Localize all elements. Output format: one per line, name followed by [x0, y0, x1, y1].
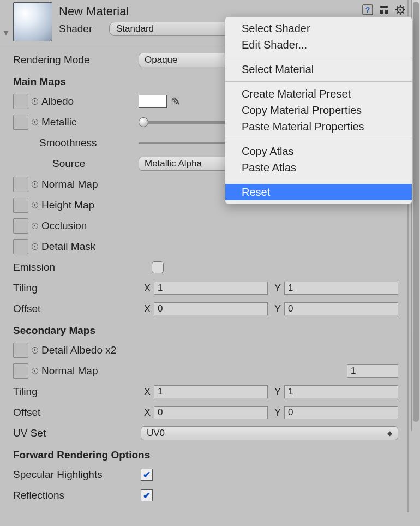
object-picker-icon[interactable]: [32, 243, 38, 250]
specular-highlights-label: Specular Highlights: [13, 469, 103, 481]
scrollbar[interactable]: [411, 0, 420, 431]
menu-select-shader[interactable]: Select Shader: [225, 20, 412, 37]
svg-rect-4: [380, 6, 388, 8]
menu-copy-props[interactable]: Copy Material Properties: [225, 102, 412, 118]
context-menu: Select Shader Edit Shader... Select Mate…: [225, 16, 412, 204]
menu-separator: [225, 139, 412, 139]
offset-y-field[interactable]: 0: [284, 302, 398, 315]
specular-highlights-checkbox[interactable]: ✔: [141, 469, 153, 481]
detail-albedo-texture-slot[interactable]: [13, 343, 28, 358]
menu-paste-atlas[interactable]: Paste Atlas: [225, 159, 412, 176]
menu-separator: [225, 57, 412, 57]
gear-icon[interactable]: [394, 3, 407, 16]
tiling-label: Tiling: [13, 282, 38, 294]
detailmask-label: Detail Mask: [41, 241, 95, 253]
offset2-x-field[interactable]: 0: [154, 406, 268, 419]
svg-point-6: [399, 9, 401, 11]
offset-label: Offset: [13, 303, 40, 315]
uvset-value: UV0: [147, 428, 165, 439]
help-icon[interactable]: ?: [361, 3, 374, 16]
offset2-y-field[interactable]: 0: [284, 406, 398, 419]
rendering-mode-label: Rendering Mode: [13, 54, 139, 66]
axis-x: X: [141, 407, 151, 419]
menu-separator: [225, 180, 412, 180]
menu-create-preset[interactable]: Create Material Preset: [225, 86, 412, 102]
menu-paste-props[interactable]: Paste Material Properties: [225, 118, 412, 135]
offset-x-field[interactable]: 0: [154, 302, 268, 315]
object-picker-icon[interactable]: [32, 347, 38, 354]
menu-copy-atlas[interactable]: Copy Atlas: [225, 143, 412, 159]
eyedropper-icon[interactable]: ✎: [171, 95, 181, 108]
axis-x: X: [141, 386, 151, 398]
object-picker-icon[interactable]: [32, 181, 38, 188]
shader-label: Shader: [59, 23, 103, 35]
detail-albedo-label: Detail Albedo x2: [41, 344, 116, 356]
axis-y: Y: [271, 407, 281, 419]
svg-rect-2: [380, 10, 383, 14]
menu-separator: [225, 81, 412, 82]
reflections-checkbox[interactable]: ✔: [141, 489, 153, 501]
smoothness-label: Smoothness: [39, 137, 97, 149]
heightmap-texture-slot[interactable]: [13, 198, 28, 213]
caret-icon: ◆: [387, 429, 392, 437]
svg-line-14: [403, 6, 404, 7]
tiling-y-field[interactable]: 1: [284, 282, 398, 295]
section-forward-rendering: Forward Rendering Options: [13, 449, 398, 461]
heightmap-label: Height Map: [41, 199, 94, 211]
source-value: Metallic Alpha: [145, 158, 202, 169]
offset2-label: Offset: [13, 407, 40, 419]
foldout-toggle[interactable]: ▼: [2, 28, 12, 38]
tiling2-label: Tiling: [13, 386, 38, 398]
svg-line-11: [397, 6, 398, 7]
menu-edit-shader[interactable]: Edit Shader...: [225, 37, 412, 53]
section-secondary-maps: Secondary Maps: [13, 325, 398, 337]
emission-label: Emission: [13, 261, 55, 273]
tiling2-x-field[interactable]: 1: [154, 385, 268, 398]
preset-icon[interactable]: [377, 3, 391, 16]
axis-y: Y: [271, 386, 281, 398]
axis-x: X: [141, 283, 151, 294]
axis-y: Y: [271, 283, 281, 294]
secondary-normal-label: Normal Map: [41, 365, 98, 377]
object-picker-icon[interactable]: [32, 202, 38, 208]
svg-rect-3: [385, 10, 388, 14]
emission-checkbox[interactable]: [152, 261, 164, 273]
tiling2-y-field[interactable]: 1: [284, 385, 398, 398]
uvset-label: UV Set: [13, 427, 46, 439]
occlusion-texture-slot[interactable]: [13, 218, 28, 234]
tiling-x-field[interactable]: 1: [154, 282, 268, 295]
rendering-mode-value: Opaque: [145, 55, 178, 65]
normalmap-label: Normal Map: [41, 178, 98, 190]
normalmap-texture-slot[interactable]: [13, 177, 28, 192]
object-picker-icon[interactable]: [32, 223, 38, 229]
scrollbar-thumb[interactable]: [413, 2, 419, 422]
material-preview[interactable]: [13, 2, 52, 41]
svg-text:?: ?: [365, 5, 370, 14]
secondary-normal-value[interactable]: 1: [347, 364, 398, 378]
object-picker-icon[interactable]: [32, 119, 38, 125]
menu-select-material[interactable]: Select Material: [225, 61, 412, 77]
albedo-texture-slot[interactable]: [13, 94, 28, 109]
object-picker-icon[interactable]: [32, 368, 38, 374]
uvset-dropdown[interactable]: UV0 ◆: [141, 426, 398, 440]
metallic-label: Metallic: [41, 116, 76, 128]
axis-x: X: [141, 303, 151, 315]
source-label: Source: [52, 158, 85, 170]
albedo-color[interactable]: [139, 95, 167, 108]
secondary-normal-texture-slot[interactable]: [13, 363, 28, 379]
albedo-label: Albedo: [41, 95, 74, 107]
reflections-label: Reflections: [13, 489, 64, 501]
object-picker-icon[interactable]: [32, 98, 38, 105]
svg-line-13: [397, 12, 398, 13]
metallic-texture-slot[interactable]: [13, 115, 28, 130]
axis-y: Y: [271, 303, 281, 315]
menu-reset[interactable]: Reset: [225, 184, 412, 200]
shader-value: Standard: [116, 23, 154, 34]
detailmask-texture-slot[interactable]: [13, 239, 28, 254]
occlusion-label: Occlusion: [41, 220, 87, 232]
svg-line-12: [403, 12, 404, 13]
